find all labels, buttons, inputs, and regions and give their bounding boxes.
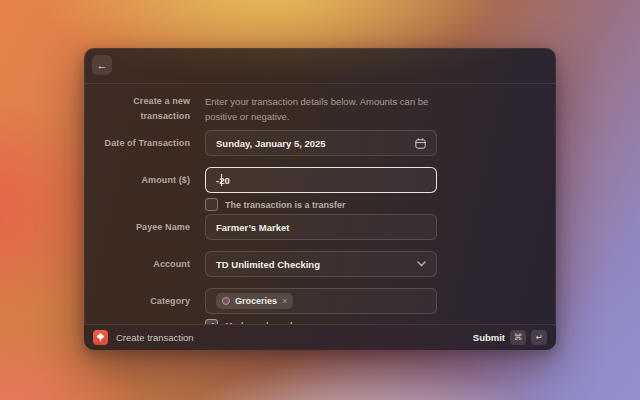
text-cursor [221,174,222,186]
intro-row: Create a new transaction Enter your tran… [84,94,556,124]
form-description-line2: positive or negative. [205,109,445,124]
cmd-key-icon: ⌘ [510,330,526,345]
category-tag[interactable]: Groceries × [216,293,293,309]
payee-label: Payee Name [84,222,190,232]
category-field[interactable]: Groceries × [205,288,437,314]
payee-row: Payee Name Farmer’s Market [84,214,556,240]
chevron-down-icon [417,261,426,267]
create-transaction-window: ← Create a new transaction Enter your tr… [84,48,556,350]
account-dropdown[interactable]: TD Unlimited Checking [205,251,437,277]
action-bar: Create transaction Submit ⌘ ↵ [84,324,556,350]
date-field[interactable]: Sunday, January 5, 2025 [205,130,437,156]
account-row: Account TD Unlimited Checking [84,251,556,277]
transfer-label: The transaction is a transfer [225,200,346,210]
date-value: Sunday, January 5, 2025 [216,138,326,149]
command-title: Create transaction [116,332,194,343]
transfer-row: The transaction is a transfer [205,198,346,211]
account-value: TD Unlimited Checking [216,259,320,270]
footer-actions: Submit ⌘ ↵ [473,330,547,345]
desktop-background: ← Create a new transaction Enter your tr… [0,0,640,400]
submit-button[interactable]: Submit [473,332,505,343]
amount-row: Amount ($) -20 [84,167,556,193]
raynab-app-icon [93,330,108,345]
category-tag-label: Groceries [235,296,277,306]
back-arrow-icon: ← [97,60,108,71]
form-description-line1: Enter your transaction details below. Am… [205,94,445,109]
amount-value: -20 [216,175,230,186]
window-header: ← [84,48,556,84]
payee-value: Farmer’s Market [216,222,289,233]
category-label: Category [84,296,190,306]
payee-input[interactable]: Farmer’s Market [205,214,437,240]
date-row: Date of Transaction Sunday, January 5, 2… [84,130,556,156]
remove-category-icon[interactable]: × [282,297,287,306]
back-button[interactable]: ← [92,55,112,75]
category-color-icon [222,297,230,305]
return-key-icon: ↵ [531,330,547,345]
amount-label: Amount ($) [84,175,190,185]
category-row: Category Groceries × [84,288,556,314]
account-label: Account [84,259,190,269]
form-description: Enter your transaction details below. Am… [205,94,445,124]
form-title: Create a new transaction [84,94,190,124]
amount-input[interactable]: -20 [205,167,437,193]
calendar-icon [415,138,426,149]
date-label: Date of Transaction [84,138,190,148]
transfer-checkbox[interactable] [205,198,218,211]
